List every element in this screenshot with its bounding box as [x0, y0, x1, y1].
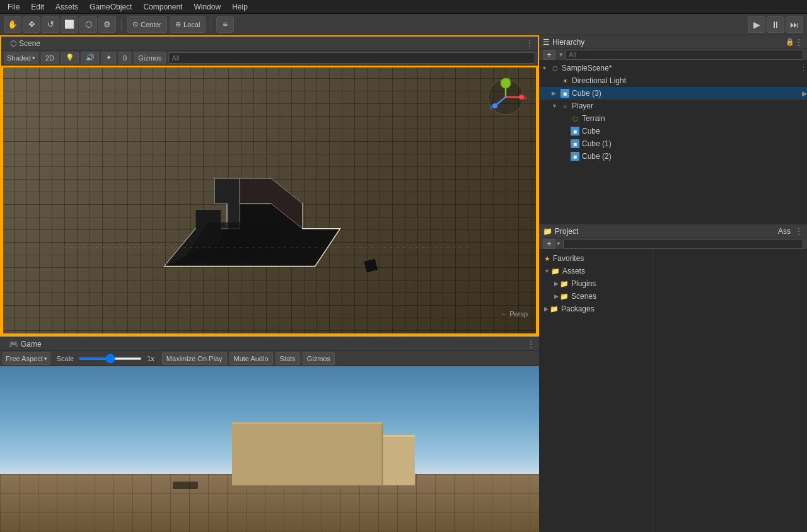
svg-text:z: z [490, 104, 493, 110]
scene-search-area [168, 52, 535, 64]
right-panel: ☰ Hierarchy 🔒 ⋮ + ▾ ▼ ⬡ SampleScene* ⋮ [539, 35, 807, 532]
hierarchy-panel: ☰ Hierarchy 🔒 ⋮ + ▾ ▼ ⬡ SampleScene* ⋮ [539, 35, 807, 224]
scene-root-icon: ⬡ [550, 64, 559, 72]
game-shadow-object [173, 482, 198, 489]
2d-btn[interactable]: 2D [41, 52, 59, 64]
scene-gizmo: x y z [484, 73, 528, 117]
project-favorites[interactable]: ★ Favorites [539, 252, 652, 265]
cube2-label: Cube (2) [582, 152, 612, 161]
scene-bg: x y z ← Persp [1, 66, 538, 335]
game-canvas[interactable] [0, 366, 539, 532]
fx-btn[interactable]: ✦ [102, 52, 116, 64]
scene-tab-icon: ⬡ [10, 39, 16, 48]
scene-header-more[interactable]: ⋮ [525, 38, 534, 49]
space-label: Local [183, 21, 200, 28]
menu-gameobject[interactable]: GameObject [84, 1, 137, 13]
maximize-on-play-btn[interactable]: Maximize On Play [162, 352, 227, 365]
project-tree: ★ Favorites ▼ 📁 Assets ▶ 📁 Plugins [539, 250, 653, 532]
scale-slider[interactable] [79, 357, 142, 360]
scene-3d-objects [1, 66, 538, 285]
space-local-btn[interactable]: ⊕ Local [170, 16, 206, 33]
hierarchy-icon: ☰ [543, 38, 550, 47]
game-header-more[interactable]: ⋮ [526, 339, 535, 349]
scene-search-input[interactable] [171, 54, 532, 62]
extra-btn[interactable]: ≡ [216, 16, 234, 33]
scene-canvas[interactable]: x y z ← Persp [1, 66, 538, 335]
game-view: 🎮 Game ⋮ Free Aspect Scale 1x Maximize O… [0, 337, 539, 532]
step-btn[interactable]: ⏭ [786, 16, 803, 33]
shading-dropdown[interactable]: Shaded [4, 52, 38, 64]
svg-rect-5 [364, 259, 378, 273]
svg-text:y: y [508, 76, 511, 82]
project-assets-root[interactable]: ▼ 📁 Assets [539, 265, 652, 277]
cube1-label: Cube (1) [582, 139, 612, 148]
stats-btn[interactable]: Stats [276, 352, 300, 365]
cube3-label: Cube (3) [572, 89, 601, 98]
game-header: 🎮 Game ⋮ [0, 337, 539, 351]
cube3-expand-btn[interactable]: ▶ [802, 90, 807, 98]
menu-assets[interactable]: Assets [50, 1, 83, 13]
menu-window[interactable]: Window [189, 1, 226, 13]
terrain-icon: ⬡ [571, 114, 579, 123]
plugins-expand-arrow: ▶ [554, 280, 559, 287]
cube-icon: ■ [571, 127, 579, 136]
transform-tool-group: ✋ ✥ ↺ ⬜ ⬡ ⚙ [4, 16, 116, 33]
rotate-tool-btn[interactable]: ↺ [42, 16, 59, 33]
project-plugins[interactable]: ▶ 📁 Plugins [539, 277, 652, 290]
scenes-label: Scenes [571, 292, 596, 301]
game-box-main [232, 422, 383, 485]
hierarchy-item-cube1[interactable]: ■ Cube (1) [539, 137, 807, 150]
layer-count-btn[interactable]: 0 [119, 52, 131, 64]
rect-tool-btn[interactable]: ⬡ [79, 16, 97, 33]
hierarchy-item-player[interactable]: ▼ ○ Player [539, 100, 807, 112]
star-icon: ★ [544, 255, 550, 263]
hierarchy-lock-icon[interactable]: 🔒 [786, 38, 794, 46]
scene-gizmos-btn[interactable]: Gizmos [134, 52, 166, 64]
hierarchy-item-cube2[interactable]: ■ Cube (2) [539, 150, 807, 163]
menu-edit[interactable]: Edit [26, 1, 49, 13]
packages-expand-arrow: ▶ [544, 306, 549, 312]
project-scenes[interactable]: ▶ 📁 Scenes [539, 290, 652, 303]
hierarchy-search: + ▾ [539, 49, 807, 61]
game-tab[interactable]: 🎮 Game [4, 338, 47, 350]
move-tool-btn[interactable]: ✥ [23, 16, 40, 33]
scene-tab-label: Scene [19, 39, 40, 48]
project-search-input[interactable] [563, 239, 803, 249]
favorites-label: Favorites [553, 254, 584, 263]
hierarchy-item-cube[interactable]: ■ Cube [539, 125, 807, 137]
mute-audio-btn[interactable]: Mute Audio [229, 352, 273, 365]
lighting-btn[interactable]: 💡 [61, 52, 79, 64]
game-gizmos-btn[interactable]: Gizmos [303, 352, 335, 365]
scene-options[interactable]: ⋮ [800, 64, 807, 72]
assets-tab[interactable]: Ass [774, 227, 794, 236]
game-box-right [383, 435, 415, 485]
transform-tool-btn[interactable]: ⚙ [98, 16, 116, 33]
pivot-center-btn[interactable]: ⊙ Center [127, 16, 167, 33]
aspect-dropdown[interactable]: Free Aspect [3, 352, 50, 365]
scene-header: ⬡ Scene ⋮ [1, 37, 538, 50]
hierarchy-item-directional-light[interactable]: ☀ Directional Light [539, 74, 807, 87]
scene-tab[interactable]: ⬡ Scene [5, 38, 45, 49]
menu-file[interactable]: File [3, 1, 25, 13]
hierarchy-more[interactable]: ⋮ [794, 37, 803, 47]
hierarchy-search-input[interactable] [566, 50, 803, 60]
project-packages[interactable]: ▶ 📁 Packages [539, 303, 652, 315]
project-more[interactable]: ⋮ [794, 226, 803, 236]
hierarchy-add-btn[interactable]: + [543, 50, 555, 60]
space-icon: ⊕ [175, 20, 181, 28]
play-btn[interactable]: ▶ [748, 16, 765, 33]
packages-folder-icon: 📁 [550, 305, 559, 313]
pause-btn[interactable]: ⏸ [767, 16, 784, 33]
menu-component[interactable]: Component [138, 1, 187, 13]
menu-help[interactable]: Help [227, 1, 253, 13]
audio-btn[interactable]: 🔊 [81, 52, 99, 64]
player-icon: ○ [560, 101, 569, 110]
project-add-btn[interactable]: + [543, 239, 555, 249]
hierarchy-item-terrain[interactable]: ⬡ Terrain [539, 112, 807, 125]
hand-tool-btn[interactable]: ✋ [4, 16, 21, 33]
scale-tool-btn[interactable]: ⬜ [61, 16, 78, 33]
project-add-arrow: ▾ [557, 240, 560, 248]
hierarchy-scene-root[interactable]: ▼ ⬡ SampleScene* ⋮ [539, 62, 807, 74]
hierarchy-item-cube3[interactable]: ▶ ■ Cube (3) ▶ [539, 87, 807, 100]
pivot-label: Center [141, 21, 161, 28]
